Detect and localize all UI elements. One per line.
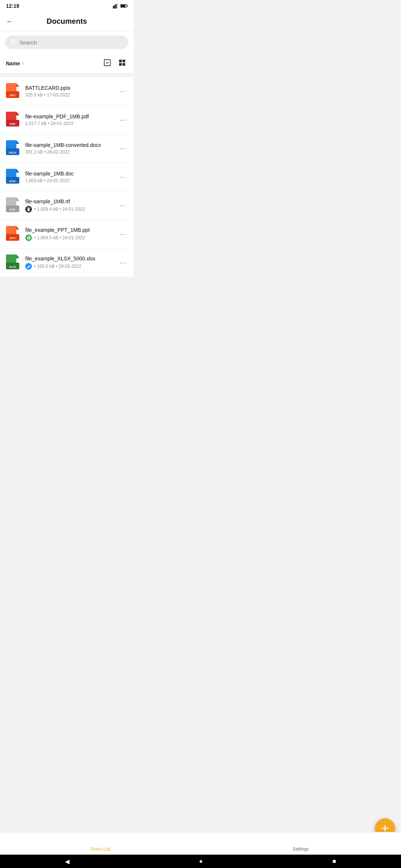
- file-more-button[interactable]: ···: [117, 257, 129, 268]
- file-meta: 391.2 kB • 28-02-2022: [25, 149, 117, 155]
- list-item[interactable]: DOC file-sample_1MB.doc 1,003 kB • 24-01…: [0, 163, 134, 191]
- file-info: file-example_PDF_1MB.pdf 1,017.7 kB • 24…: [25, 114, 117, 126]
- select-mode-button[interactable]: [102, 57, 113, 69]
- search-icon: [10, 39, 16, 46]
- file-info: file_example_XLSX_5000.xlsx • 195.5 kB •…: [25, 256, 117, 270]
- file-meta: • 195.5 kB • 28-02-2022: [25, 263, 117, 270]
- file-size-date: • 1,009.4 kB • 24-01-2022: [34, 207, 85, 212]
- search-box: [5, 36, 128, 49]
- svg-rect-0: [113, 6, 114, 9]
- svg-rect-10: [119, 63, 122, 66]
- file-name: BATTLECARD.pptx: [25, 85, 117, 91]
- svg-rect-6: [121, 5, 125, 7]
- file-more-button[interactable]: ···: [117, 200, 129, 211]
- wifi-icon: [104, 3, 111, 9]
- file-more-button[interactable]: ···: [117, 229, 129, 240]
- svg-marker-45: [16, 254, 19, 258]
- svg-text:XLSX: XLSX: [9, 266, 16, 268]
- search-container: [0, 31, 134, 53]
- signal-icon: [113, 3, 118, 9]
- file-name: file-sample_1MB.rtf: [25, 198, 117, 204]
- svg-text:PPT: PPT: [10, 237, 16, 240]
- sort-icons: [102, 57, 128, 69]
- file-info: file-sample_1MB.rtf • 1,009.4 kB • 24-01…: [25, 198, 117, 213]
- header: ← Documents: [0, 12, 134, 31]
- svg-rect-1: [114, 5, 115, 9]
- file-type-icon: XLSX: [4, 254, 21, 272]
- file-size-date: 1,017.7 kB • 24-01-2022: [25, 121, 74, 126]
- svg-text:PDF: PDF: [10, 122, 16, 126]
- file-meta: • 1,009.4 kB • 24-01-2022: [25, 206, 117, 213]
- sort-row: Name ↑: [0, 53, 134, 73]
- back-button[interactable]: ←: [6, 17, 13, 26]
- svg-text:PPT: PPT: [10, 94, 16, 97]
- file-info: file_example_PPT_1MB.ppt • 1,004.5 kB • …: [25, 227, 117, 241]
- grid-view-button[interactable]: [117, 57, 128, 69]
- list-item[interactable]: DOCX file-sample_1MB-converted.docx 391.…: [0, 134, 134, 163]
- file-more-button[interactable]: ···: [117, 86, 129, 97]
- file-name: file-example_PDF_1MB.pdf: [25, 114, 117, 119]
- list-item[interactable]: RTF file-sample_1MB.rtf • 1,009.4 kB • 2…: [0, 191, 134, 220]
- svg-marker-40: [16, 226, 19, 230]
- svg-marker-14: [16, 83, 19, 87]
- file-info: file-sample_1MB-converted.docx 391.2 kB …: [25, 142, 117, 155]
- file-name: file_example_XLSX_5000.xlsx: [25, 256, 117, 262]
- file-size-date: 325.5 kB • 17-03-2022: [25, 92, 70, 98]
- page-title: Documents: [18, 17, 116, 26]
- file-size-date: 391.2 kB • 28-02-2022: [25, 149, 70, 155]
- file-type-icon: PPT: [4, 82, 21, 100]
- status-bar: 12:19: [0, 0, 134, 12]
- file-type-icon: PDF: [4, 111, 21, 129]
- svg-text:RTF: RTF: [10, 208, 16, 211]
- file-size-date: 1,003 kB • 24-01-2022: [25, 178, 70, 183]
- file-name: file_example_PPT_1MB.ppt: [25, 227, 117, 233]
- file-size-date: • 1,004.5 kB • 24-01-2022: [34, 235, 85, 240]
- lock-badge: [25, 206, 32, 213]
- sort-label[interactable]: Name ↑: [6, 60, 24, 66]
- svg-rect-11: [123, 63, 125, 66]
- svg-rect-3: [117, 3, 118, 9]
- file-info: BATTLECARD.pptx 325.5 kB • 17-03-2022: [25, 85, 117, 98]
- status-icons: [104, 3, 128, 9]
- file-meta: 325.5 kB • 17-03-2022: [25, 92, 117, 98]
- file-name: file-sample_1MB-converted.docx: [25, 142, 117, 148]
- list-item[interactable]: PPT file_example_PPT_1MB.ppt • 1,004.5 k…: [0, 220, 134, 249]
- file-info: file-sample_1MB.doc 1,003 kB • 24-01-202…: [25, 171, 117, 183]
- svg-text:DOCX: DOCX: [9, 151, 17, 154]
- file-more-button[interactable]: ···: [117, 143, 129, 154]
- svg-marker-19: [16, 112, 19, 115]
- svg-rect-8: [119, 60, 122, 62]
- svg-rect-9: [123, 60, 125, 62]
- file-more-button[interactable]: ···: [117, 115, 129, 125]
- file-meta: 1,003 kB • 24-01-2022: [25, 178, 117, 183]
- svg-marker-34: [16, 197, 19, 201]
- svg-marker-29: [16, 169, 19, 172]
- file-name: file-sample_1MB.doc: [25, 171, 117, 177]
- file-type-icon: RTF: [4, 197, 21, 214]
- battery-icon: [120, 4, 128, 8]
- file-meta: • 1,004.5 kB • 24-01-2022: [25, 234, 117, 241]
- list-item[interactable]: PDF file-example_PDF_1MB.pdf 1,017.7 kB …: [0, 106, 134, 134]
- file-type-icon: PPT: [4, 225, 21, 243]
- file-type-icon: DOC: [4, 168, 21, 186]
- file-more-button[interactable]: ···: [117, 172, 129, 183]
- search-input[interactable]: [19, 39, 123, 46]
- svg-text:DOC: DOC: [9, 180, 16, 183]
- status-time: 12:19: [6, 3, 19, 9]
- sync-badge: [25, 234, 32, 241]
- svg-rect-2: [115, 4, 117, 9]
- file-size-date: • 195.5 kB • 28-02-2022: [34, 264, 81, 269]
- list-item[interactable]: PPT BATTLECARD.pptx 325.5 kB • 17-03-202…: [0, 77, 134, 106]
- list-item[interactable]: XLSX file_example_XLSX_5000.xlsx • 195.5…: [0, 249, 134, 277]
- file-type-icon: DOCX: [4, 139, 21, 157]
- svg-rect-5: [127, 5, 128, 6]
- svg-marker-24: [16, 140, 19, 144]
- file-list: PPT BATTLECARD.pptx 325.5 kB • 17-03-202…: [0, 77, 134, 277]
- check-badge: [25, 263, 32, 270]
- file-meta: 1,017.7 kB • 24-01-2022: [25, 121, 117, 126]
